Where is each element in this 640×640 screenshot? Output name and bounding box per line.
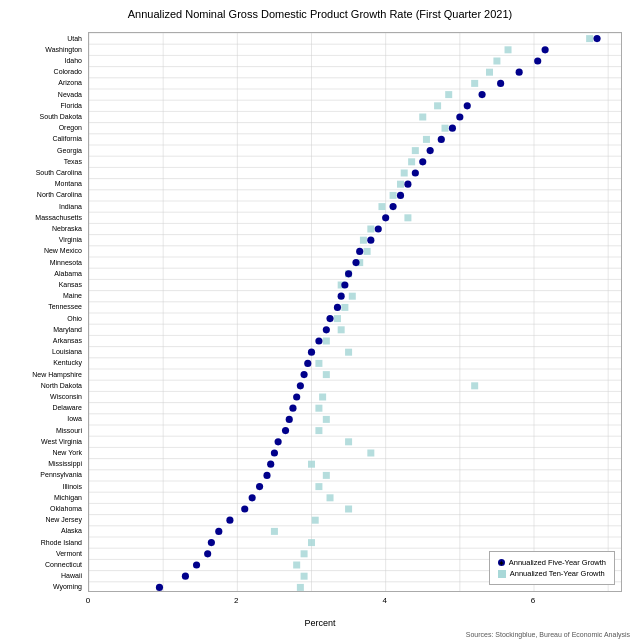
ten-year-square — [327, 494, 334, 501]
y-label: New Hampshire — [32, 370, 82, 377]
legend-square-label: Annualized Ten-Year Growth — [510, 569, 605, 578]
y-label: Illinois — [63, 482, 82, 489]
y-label: Minnesota — [50, 258, 82, 265]
y-label: Missouri — [56, 426, 82, 433]
five-year-dot — [204, 550, 211, 557]
five-year-dot — [593, 35, 600, 42]
five-year-dot — [293, 393, 300, 400]
five-year-dot — [412, 169, 419, 176]
y-label: Mississippi — [48, 460, 82, 467]
ten-year-square — [390, 192, 397, 199]
y-label: Wyoming — [53, 583, 82, 590]
y-label: West Virginia — [41, 437, 82, 444]
ten-year-square — [471, 80, 478, 87]
y-label: Alabama — [54, 269, 82, 276]
five-year-dot — [271, 449, 278, 456]
y-label: South Carolina — [36, 169, 82, 176]
y-label: Arizona — [58, 79, 82, 86]
ten-year-square — [315, 405, 322, 412]
source-text: Sources: Stockingblue, Bureau of Economi… — [466, 631, 630, 638]
five-year-dot — [356, 248, 363, 255]
ten-year-square — [364, 248, 371, 255]
legend-item-dot: ✦ Annualized Five-Year Growth — [498, 558, 606, 567]
five-year-dot — [156, 584, 163, 591]
ten-year-square — [345, 506, 352, 513]
ten-year-square — [404, 214, 411, 221]
ten-year-square — [293, 562, 300, 569]
ten-year-square — [471, 382, 478, 389]
y-label: Arkansas — [53, 337, 82, 344]
ten-year-square — [315, 360, 322, 367]
five-year-dot — [275, 438, 282, 445]
ten-year-square — [360, 237, 367, 244]
y-label: New York — [52, 449, 82, 456]
five-year-dot — [297, 382, 304, 389]
ten-year-square — [345, 438, 352, 445]
y-label: New Jersey — [45, 516, 82, 523]
five-year-dot — [308, 349, 315, 356]
ten-year-square — [367, 226, 374, 233]
y-label: Maryland — [53, 325, 82, 332]
ten-year-square — [338, 326, 345, 333]
chart-container: Annualized Nominal Gross Domestic Produc… — [0, 0, 640, 640]
y-label: North Carolina — [37, 191, 82, 198]
y-label: Utah — [67, 34, 82, 41]
ten-year-square — [367, 450, 374, 457]
y-label: North Dakota — [41, 381, 82, 388]
y-label: Louisiana — [52, 348, 82, 355]
five-year-dot — [497, 80, 504, 87]
ten-year-square — [315, 427, 322, 434]
ten-year-square — [315, 483, 322, 490]
five-year-dot — [267, 461, 274, 468]
five-year-dot — [182, 573, 189, 580]
ten-year-square — [341, 304, 348, 311]
five-year-dot — [449, 125, 456, 132]
five-year-dot — [478, 91, 485, 98]
y-label: Pennsylvania — [40, 471, 82, 478]
ten-year-square — [312, 517, 319, 524]
five-year-dot — [323, 326, 330, 333]
chart-title: Annualized Nominal Gross Domestic Produc… — [0, 0, 640, 24]
ten-year-square — [345, 349, 352, 356]
ten-year-square — [319, 394, 326, 401]
ten-year-square — [486, 69, 493, 76]
y-label: Rhode Island — [41, 538, 82, 545]
five-year-dot — [249, 494, 256, 501]
y-label: Maine — [63, 292, 82, 299]
five-year-dot — [542, 46, 549, 53]
y-label: New Mexico — [44, 247, 82, 254]
five-year-dot — [326, 315, 333, 322]
ten-year-square — [397, 181, 404, 188]
five-year-dot — [389, 203, 396, 210]
five-year-dot — [397, 192, 404, 199]
x-tick-label: 6 — [531, 596, 535, 605]
y-axis-labels: UtahWashingtonIdahoColoradoArizonaNevada… — [0, 32, 87, 592]
y-label: Michigan — [54, 493, 82, 500]
y-label: Kansas — [59, 281, 82, 288]
y-label: Tennessee — [48, 303, 82, 310]
ten-year-square — [586, 35, 593, 42]
ten-year-square — [401, 170, 408, 177]
y-label: Colorado — [54, 68, 82, 75]
five-year-dot — [534, 57, 541, 64]
ten-year-square — [412, 147, 419, 154]
square-icon — [498, 570, 506, 578]
five-year-dot — [375, 225, 382, 232]
y-label: South Dakota — [40, 113, 82, 120]
ten-year-square — [505, 46, 512, 53]
y-label: California — [52, 135, 82, 142]
y-label: Washington — [45, 45, 82, 52]
five-year-dot — [464, 102, 471, 109]
y-label: Oklahoma — [50, 505, 82, 512]
x-tick-label: 0 — [86, 596, 90, 605]
five-year-dot — [282, 427, 289, 434]
five-year-dot — [438, 136, 445, 143]
x-axis-title: Percent — [0, 618, 640, 628]
ten-year-square — [334, 315, 341, 322]
ten-year-square — [301, 573, 308, 580]
five-year-dot — [304, 360, 311, 367]
y-label: Vermont — [56, 549, 82, 556]
ten-year-square — [308, 539, 315, 546]
five-year-dot — [256, 483, 263, 490]
y-label: Texas — [64, 157, 82, 164]
